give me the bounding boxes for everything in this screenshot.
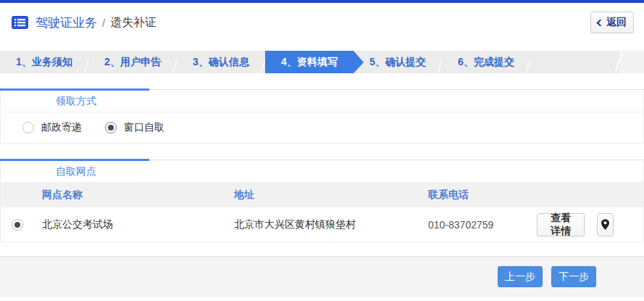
previous-step-button[interactable]: 上一步 bbox=[498, 266, 543, 287]
pickup-locations-panel: 自取网点 网点名称 地址 联系电话 北京公交考试场 北京市大兴区黄村镇狼垡村 0… bbox=[0, 160, 644, 242]
location-table-row[interactable]: 北京公交考试场 北京市大兴区黄村镇狼垡村 010-83702759 查看详情 bbox=[1, 207, 643, 242]
step-wizard: 1、业务须知 2、用户申告 3、确认信息 4、资料填写 5、确认提交 6、完成提… bbox=[0, 51, 644, 73]
header-phone: 联系电话 bbox=[428, 189, 537, 202]
page-title: 遗失补证 bbox=[110, 15, 156, 30]
service-category-title: 驾驶证业务 bbox=[35, 15, 97, 31]
header-location-name: 网点名称 bbox=[42, 189, 234, 202]
footer-spacer bbox=[0, 242, 644, 256]
radio-unselected-icon[interactable] bbox=[22, 122, 34, 133]
tab-pickup-locations: 自取网点 bbox=[1, 160, 643, 183]
pickup-method-options: 邮政寄递 窗口自取 bbox=[1, 112, 643, 143]
next-step-label: 下一步 bbox=[559, 271, 589, 284]
location-phone: 010-83702759 bbox=[428, 219, 537, 231]
pickup-method-panel: 领取方式 邮政寄递 窗口自取 bbox=[0, 89, 644, 144]
step-1-business-notice[interactable]: 1、业务须知 bbox=[0, 51, 88, 73]
step-bar-filler bbox=[530, 51, 619, 73]
header-address: 地址 bbox=[234, 189, 428, 202]
step-bar-tail bbox=[619, 51, 644, 73]
step-6-complete-submit[interactable]: 6、完成提交 bbox=[442, 51, 530, 73]
radio-option-window-pickup[interactable]: 窗口自取 bbox=[105, 121, 164, 134]
breadcrumb-separator: / bbox=[102, 17, 105, 29]
view-details-button[interactable]: 查看详情 bbox=[537, 213, 585, 236]
back-button[interactable]: 返回 bbox=[590, 12, 634, 33]
row-radio-selected-icon[interactable] bbox=[12, 219, 23, 231]
step-2-user-declaration[interactable]: 2、用户申告 bbox=[88, 51, 177, 73]
locations-table-header: 网点名称 地址 联系电话 bbox=[1, 183, 643, 207]
radio-option-label[interactable]: 邮政寄递 bbox=[41, 121, 82, 134]
chevron-left-icon bbox=[597, 19, 604, 26]
previous-step-label: 上一步 bbox=[505, 271, 535, 284]
back-button-label: 返回 bbox=[606, 16, 627, 29]
view-details-label: 查看详情 bbox=[548, 212, 574, 238]
location-name: 北京公交考试场 bbox=[42, 218, 234, 231]
step-4-fill-materials-active[interactable]: 4、资料填写 bbox=[265, 51, 354, 73]
location-address: 北京市大兴区黄村镇狼垡村 bbox=[234, 218, 428, 231]
radio-option-label[interactable]: 窗口自取 bbox=[124, 121, 164, 134]
step-5-confirm-submit[interactable]: 5、确认提交 bbox=[354, 51, 442, 73]
license-list-icon bbox=[12, 16, 28, 29]
next-step-button[interactable]: 下一步 bbox=[551, 266, 596, 287]
radio-selected-icon[interactable] bbox=[105, 122, 117, 133]
radio-option-postal-delivery[interactable]: 邮政寄递 bbox=[22, 121, 82, 134]
map-location-button[interactable] bbox=[597, 213, 614, 236]
wizard-footer: 上一步 下一步 bbox=[0, 256, 644, 297]
page-header: 驾驶证业务 / 遗失补证 返回 bbox=[0, 3, 644, 42]
location-pin-icon bbox=[601, 219, 609, 230]
tab-pickup-method: 领取方式 bbox=[1, 90, 643, 112]
step-3-confirm-info[interactable]: 3、确认信息 bbox=[177, 51, 265, 73]
